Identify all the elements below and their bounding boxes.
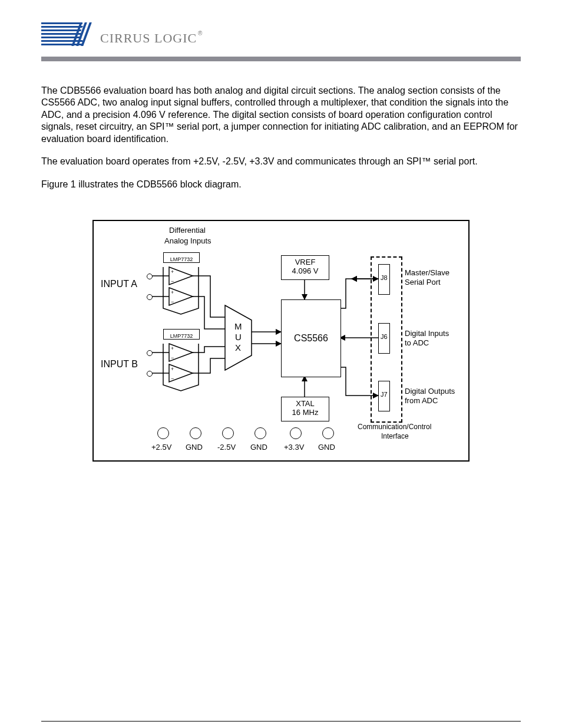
mux-u: U: [235, 332, 242, 342]
j8-desc-2: Serial Port: [405, 278, 441, 286]
svg-rect-5: [41, 40, 88, 42]
header-divider: [41, 57, 521, 61]
vref-label-1: VREF: [282, 258, 329, 266]
pwr-0: +2.5V: [151, 443, 171, 452]
mux-x: X: [235, 342, 241, 353]
j8-desc-1: Master/Slave: [405, 268, 449, 277]
comm-label-1: Communication/Control: [358, 423, 431, 431]
svg-rect-1: [41, 26, 88, 28]
block-diagram: +− +− +− +−: [92, 220, 470, 462]
input-b-label: INPUT B: [101, 359, 138, 370]
svg-rect-6: [41, 44, 82, 45]
j6-label: J6: [381, 333, 388, 340]
j7-label: J7: [381, 391, 388, 398]
comm-label-2: Interface: [381, 432, 409, 440]
diff-label-1: Differential: [169, 226, 206, 235]
mux-m: M: [234, 321, 242, 331]
paragraph-2: The evaluation board operates from +2.5V…: [41, 156, 521, 167]
pwr-1: GND: [186, 443, 203, 452]
xtal-label-1: XTAL: [282, 399, 329, 408]
pwr-5: GND: [318, 443, 335, 452]
pwr-2: -2.5V: [217, 443, 236, 452]
pwr-3: GND: [250, 443, 267, 452]
brand-logo: CIRRUS LOGIC ®: [41, 18, 521, 53]
j8-label: J8: [381, 274, 388, 281]
input-a-label: INPUT A: [101, 279, 137, 289]
chip-label: CS5566: [294, 333, 328, 344]
j7-desc-2: from ADC: [405, 396, 438, 405]
j6-desc-2: to ADC: [405, 338, 429, 347]
svg-rect-0: [41, 22, 82, 24]
brand-text: CIRRUS LOGIC: [100, 31, 197, 45]
j7-desc-1: Digital Outputs: [405, 387, 455, 396]
footer-divider: [41, 721, 521, 722]
paragraph-1: The CDB5566 evaluation board has both an…: [41, 85, 521, 145]
diff-label-2: Analog Inputs: [164, 236, 211, 245]
svg-text:®: ®: [198, 30, 203, 37]
vref-label-2: 4.096 V: [282, 266, 329, 275]
j6-desc-1: Digital Inputs: [405, 329, 449, 338]
amp-a-label: LMP7732: [170, 256, 193, 262]
xtal-label-2: 16 MHz: [282, 408, 329, 417]
paragraph-3: Figure 1 illustrates the CDB5566 block d…: [41, 179, 521, 190]
pwr-4: +3.3V: [284, 443, 304, 452]
amp-b-label: LMP7732: [170, 333, 193, 339]
